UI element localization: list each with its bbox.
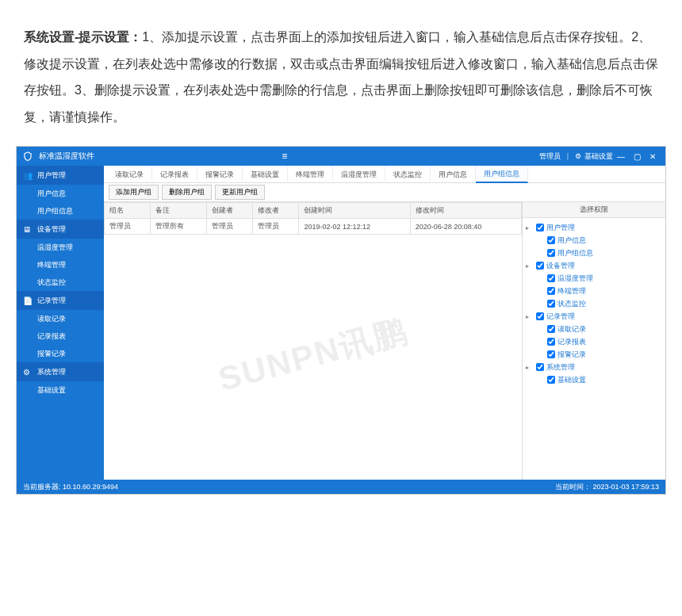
tab[interactable]: 报警记录	[197, 166, 243, 183]
main-area: 读取记录记录报表报警记录基础设置终端管理温湿度管理状态监控用户信息用户组信息 添…	[104, 166, 665, 480]
app-title: 标准温湿度软件	[39, 151, 274, 162]
sidebar-item[interactable]: 温湿度管理	[17, 239, 104, 256]
column-header[interactable]: 组名	[105, 203, 151, 219]
hamburger-icon[interactable]: ≡	[277, 151, 293, 162]
table-cell: 管理员	[253, 219, 299, 235]
tree-node[interactable]: 用户信息	[526, 234, 662, 247]
tree-label: 用户管理	[546, 223, 575, 233]
app-window: 标准温湿度软件 ≡ 👤 管理员 | ⚙ 基础设置 — ▢ ✕ 👥用户管理用户信息…	[16, 146, 666, 495]
add-usergroup-button[interactable]: 添加用户组	[109, 185, 159, 200]
status-time: 当前时间： 2023-01-03 17:59:13	[555, 482, 659, 492]
tree-label: 温湿度管理	[557, 274, 593, 284]
gear-icon: ⚙	[575, 152, 581, 160]
sidebar-group[interactable]: ⚙系统管理	[17, 362, 104, 381]
tab[interactable]: 基础设置	[243, 166, 288, 183]
tree-label: 设备管理	[546, 261, 575, 271]
sidebar-group-icon: 📄	[23, 297, 34, 305]
tree-checkbox[interactable]	[547, 300, 555, 308]
tree-node[interactable]: 状态监控	[526, 297, 662, 310]
sidebar-group-label: 用户管理	[37, 170, 66, 181]
usergroup-table: 组名备注创建者修改者创建时间修改时间 管理员管理所有管理员管理员2019-02-…	[104, 202, 522, 235]
sidebar-item[interactable]: 终端管理	[17, 256, 104, 274]
tree-node[interactable]: ▸设备管理	[526, 259, 662, 272]
tree-node[interactable]: ▸用户管理	[526, 221, 662, 234]
minimize-button[interactable]: —	[613, 152, 629, 161]
tree-label: 状态监控	[557, 299, 586, 309]
tree-node[interactable]: 读取记录	[526, 323, 662, 335]
tabs: 读取记录记录报表报警记录基础设置终端管理温湿度管理状态监控用户信息用户组信息	[104, 166, 665, 183]
tree-checkbox[interactable]	[547, 376, 555, 384]
tree-checkbox[interactable]	[547, 338, 555, 346]
tree-node[interactable]: 记录报表	[526, 335, 662, 348]
tree-node[interactable]: 用户组信息	[526, 247, 662, 259]
maximize-button[interactable]: ▢	[629, 152, 645, 161]
tab[interactable]: 终端管理	[288, 166, 333, 183]
tree-label: 记录管理	[546, 312, 575, 322]
table-cell: 管理所有	[151, 219, 207, 235]
column-header[interactable]: 修改时间	[410, 203, 521, 219]
tab[interactable]: 温湿度管理	[333, 166, 385, 183]
tree-node[interactable]: 终端管理	[526, 285, 662, 297]
tree-node[interactable]: ▸系统管理	[526, 361, 662, 373]
tree-checkbox[interactable]	[547, 350, 555, 358]
sidebar-item[interactable]: 记录报表	[17, 327, 104, 345]
sidebar-item[interactable]: 用户信息	[17, 185, 104, 202]
tab[interactable]: 读取记录	[107, 166, 152, 183]
delete-usergroup-button[interactable]: 删除用户组	[162, 185, 212, 200]
tree-checkbox[interactable]	[547, 287, 555, 295]
sidebar-item[interactable]: 用户组信息	[17, 202, 104, 220]
tree-checkbox[interactable]	[547, 236, 555, 244]
tree-checkbox[interactable]	[547, 249, 555, 257]
tree-checkbox[interactable]	[536, 312, 544, 320]
tree-node[interactable]: ▸记录管理	[526, 310, 662, 323]
caret-icon[interactable]: ▸	[526, 364, 534, 371]
tree-checkbox[interactable]	[547, 325, 555, 333]
tab[interactable]: 状态监控	[385, 166, 431, 183]
instruction-body: 1、添加提示设置，点击界面上的添加按钮后进入窗口，输入基础信息后点击保存按钮。2…	[24, 30, 658, 124]
watermark: SUNPN讯鹏	[213, 308, 412, 402]
caret-icon[interactable]: ▸	[526, 313, 534, 320]
statusbar: 当前服务器: 10.10.60.29:9494 当前时间： 2023-01-03…	[17, 480, 665, 494]
sidebar-item[interactable]: 基础设置	[17, 381, 104, 399]
sidebar-group-icon: 👥	[23, 171, 34, 180]
column-header[interactable]: 修改者	[253, 203, 299, 219]
sidebar-group[interactable]: 📄记录管理	[17, 291, 104, 310]
sidebar-group[interactable]: 🖥设备管理	[17, 220, 104, 239]
tree-label: 基础设置	[557, 375, 586, 385]
sidebar-item[interactable]: 报警记录	[17, 345, 104, 362]
tree-node[interactable]: 报警记录	[526, 348, 662, 361]
toolbar: 添加用户组 删除用户组 更新用户组	[104, 183, 665, 202]
caret-icon[interactable]: ▸	[526, 262, 534, 270]
column-header[interactable]: 备注	[151, 203, 207, 219]
tree-node[interactable]: 温湿度管理	[526, 272, 662, 285]
user-label[interactable]: 管理员	[539, 151, 561, 162]
permission-panel: 选择权限 ▸用户管理用户信息用户组信息▸设备管理温湿度管理终端管理状态监控▸记录…	[523, 202, 665, 480]
sidebar-group-icon: 🖥	[23, 225, 34, 234]
table-row[interactable]: 管理员管理所有管理员管理员2019-02-02 12:12:122020-06-…	[105, 219, 522, 235]
sidebar-group[interactable]: 👥用户管理	[17, 166, 104, 185]
tree-label: 系统管理	[546, 362, 575, 373]
tree-checkbox[interactable]	[547, 274, 555, 282]
sidebar-item[interactable]: 读取记录	[17, 310, 104, 327]
close-button[interactable]: ✕	[645, 152, 661, 161]
tree-label: 读取记录	[557, 324, 586, 335]
app-logo-icon	[21, 150, 34, 163]
tree-checkbox[interactable]	[536, 363, 544, 371]
update-usergroup-button[interactable]: 更新用户组	[215, 185, 265, 200]
tab[interactable]: 用户组信息	[476, 166, 528, 183]
tree-checkbox[interactable]	[536, 224, 544, 231]
sidebar-item[interactable]: 状态监控	[17, 274, 104, 291]
sidebar-group-label: 系统管理	[37, 367, 66, 377]
instruction-text: 系统设置-提示设置：1、添加提示设置，点击界面上的添加按钮后进入窗口，输入基础信…	[0, 0, 682, 146]
tree-checkbox[interactable]	[536, 262, 544, 270]
column-header[interactable]: 创建者	[207, 203, 253, 219]
tree-node[interactable]: 基础设置	[526, 373, 662, 386]
caret-icon[interactable]: ▸	[526, 224, 534, 231]
titlebar: 标准温湿度软件 ≡ 👤 管理员 | ⚙ 基础设置 — ▢ ✕	[17, 147, 665, 166]
settings-link[interactable]: 基础设置	[584, 151, 613, 162]
table-area: 组名备注创建者修改者创建时间修改时间 管理员管理所有管理员管理员2019-02-…	[104, 202, 523, 480]
column-header[interactable]: 创建时间	[299, 203, 410, 219]
permission-title: 选择权限	[523, 202, 665, 218]
tab[interactable]: 记录报表	[152, 166, 197, 183]
tab[interactable]: 用户信息	[431, 166, 476, 183]
